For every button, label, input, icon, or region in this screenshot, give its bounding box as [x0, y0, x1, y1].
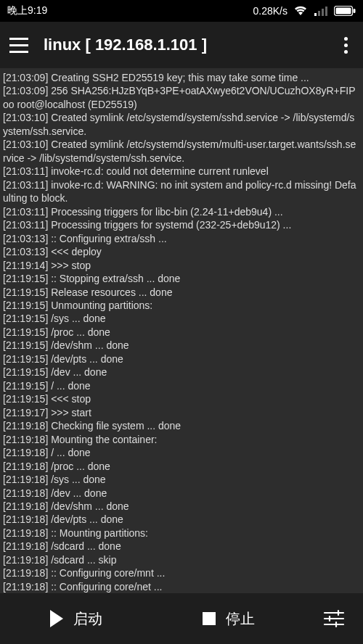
start-button[interactable]: 启动	[0, 593, 152, 644]
svg-rect-2	[322, 9, 324, 16]
settings-button[interactable]	[305, 593, 363, 644]
terminal-line: [21:03:09] Creating SSH2 ED25519 key; th…	[3, 71, 359, 84]
terminal-line: [21:03:10] Created symlink /etc/systemd/…	[3, 111, 359, 138]
android-status-bar: 晚上9:19 0.28K/s	[0, 0, 363, 22]
terminal-line: [21:19:15] / ... done	[3, 379, 359, 392]
svg-rect-3	[325, 7, 327, 16]
terminal-line: [21:19:15] /dev ... done	[3, 366, 359, 379]
terminal-output: [21:03:09] Creating SSH2 ED25519 key; th…	[0, 68, 363, 593]
terminal-line: [21:19:15] /dev/shm ... done	[3, 339, 359, 352]
terminal-line: [21:19:18] Mounting the container:	[3, 433, 359, 446]
terminal-line: [21:03:11] invoke-rc.d: WARNING: no init…	[3, 178, 359, 205]
terminal-line: [21:19:18] / ... done	[3, 446, 359, 459]
terminal-line: [21:19:17] >>> start	[3, 406, 359, 419]
svg-rect-0	[314, 13, 317, 16]
terminal-line: [21:19:14] >>> stop	[3, 259, 359, 272]
status-right-cluster: 0.28K/s	[253, 5, 356, 17]
terminal-line: [21:03:13] :: Configuring extra/ssh ...	[3, 232, 359, 245]
terminal-line: [21:19:18] :: Configuring core/mnt ...	[3, 566, 359, 579]
terminal-line: [21:19:18] Checking file system ... done	[3, 419, 359, 432]
status-time: 晚上9:19	[7, 4, 47, 17]
svg-rect-6	[354, 9, 356, 13]
stop-square-icon	[203, 612, 216, 625]
start-label: 启动	[73, 609, 102, 629]
wifi-icon	[293, 5, 308, 17]
play-icon	[50, 610, 63, 627]
terminal-line: [21:03:11] Processing triggers for libc-…	[3, 205, 359, 218]
bottom-toolbar: 启动 停止	[0, 593, 363, 644]
stop-button[interactable]: 停止	[152, 593, 305, 644]
header-title: linux [ 192.168.1.101 ]	[44, 36, 322, 54]
net-speed: 0.28K/s	[253, 5, 287, 17]
terminal-line: [21:19:18] /proc ... done	[3, 460, 359, 473]
terminal-line: [21:19:15] /sys ... done	[3, 312, 359, 325]
terminal-line: [21:19:18] /dev ... done	[3, 487, 359, 500]
hamburger-menu-icon[interactable]	[7, 33, 30, 57]
svg-rect-1	[318, 11, 320, 16]
app-header: linux [ 192.168.1.101 ]	[0, 22, 363, 68]
terminal-line: [21:19:18] :: Configuring core/net ...	[3, 580, 359, 593]
signal-icon	[314, 5, 328, 17]
stop-label: 停止	[226, 609, 255, 629]
terminal-line: [21:19:15] /dev/pts ... done	[3, 352, 359, 366]
terminal-line: [21:19:15] Unmounting partitions:	[3, 299, 359, 312]
terminal-line: [21:03:09] 256 SHA256:HJzBYqB+3PE+oatAXw…	[3, 84, 359, 111]
terminal-line: [21:03:11] invoke-rc.d: could not determ…	[3, 165, 359, 178]
terminal-line: [21:19:15] /proc ... done	[3, 326, 359, 339]
terminal-line: [21:19:15] <<< stop	[3, 392, 359, 405]
terminal-line: [21:19:18] /sdcard ... done	[3, 540, 359, 553]
terminal-line: [21:19:15] Release resources ... done	[3, 286, 359, 299]
battery-icon	[334, 6, 356, 16]
terminal-line: [21:19:18] /dev/shm ... done	[3, 500, 359, 513]
terminal-line: [21:19:18] /dev/pts ... done	[3, 513, 359, 526]
sliders-icon	[323, 609, 345, 628]
terminal-line: [21:19:15] :: Stopping extra/ssh ... don…	[3, 272, 359, 285]
terminal-line: [21:19:18] /sdcard ... skip	[3, 553, 359, 566]
terminal-line: [21:19:18] :: Mounting partitions:	[3, 527, 359, 540]
svg-rect-5	[336, 8, 351, 15]
terminal-line: [21:03:11] Processing triggers for syste…	[3, 218, 359, 231]
overflow-menu-icon[interactable]	[335, 35, 356, 55]
terminal-line: [21:03:13] <<< deploy	[3, 245, 359, 258]
terminal-line: [21:19:18] /sys ... done	[3, 473, 359, 486]
terminal-line: [21:03:10] Created symlink /etc/systemd/…	[3, 138, 359, 165]
